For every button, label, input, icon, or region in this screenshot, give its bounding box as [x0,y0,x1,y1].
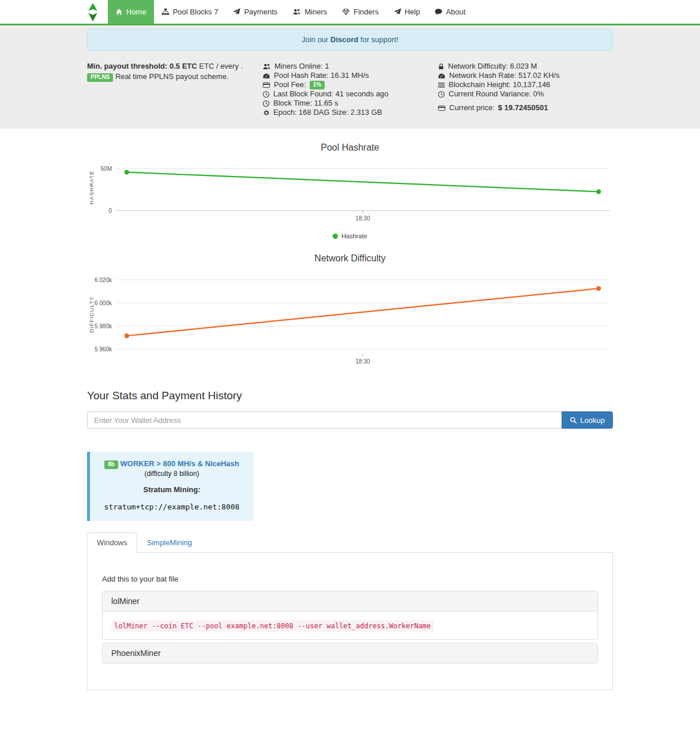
tab-simplemining[interactable]: SimpleMining [137,533,202,553]
lock-icon [438,63,445,70]
worker-title-line: 8b WORKER > 800 MH/s & NiceHash [95,459,249,469]
stat-row-miners-online-1: Miners Online: 1 [262,62,438,71]
payout-threshold: Min. payout threshold: 0.5 ETC ETC / eve… [87,62,262,71]
miner-setup-panel: Add this to your bat file lolMinerlolMin… [87,553,613,690]
svg-text:DIFFICULTY: DIFFICULTY [88,296,95,333]
tachometer-icon [262,72,270,80]
stat-text: Pool Fee: [274,80,306,89]
svg-text:50M: 50M [101,166,112,172]
miner-command-code[interactable]: lolMiner --coin ETC --pool example.net:8… [111,620,434,632]
lookup-button-label: Lookup [580,416,605,425]
svg-text:0: 0 [108,208,112,214]
nav-item-payments[interactable]: Payments [225,0,285,24]
stat-text: Pool Hash Rate: 16.31 MH/s [274,71,369,80]
banner-text-suffix: for support! [358,35,398,44]
stat-text: Epoch: 168 DAG Size: 2.313 GB [273,108,382,117]
stat-text: Current Round Variance: 0% [449,89,544,99]
miners-icon [262,63,271,70]
nav-item-label: Home [126,8,146,16]
discord-banner: Join our Discord for support! [87,29,613,51]
svg-text:18:30: 18:30 [355,215,370,222]
legend-marker [333,234,338,239]
worker-subtitle: (difficulty 8 billion) [95,470,249,478]
svg-text:5 960k: 5 960k [95,346,112,353]
nav-item-label: Help [405,8,420,16]
stat-text: Network Difficulty: 6.023 M [448,62,537,71]
svg-text:18:30: 18:30 [355,358,370,365]
nav-item-label: Miners [304,8,327,16]
bat-file-hint: Add this to your bat file [102,575,598,583]
banner-text: Join our [302,35,330,44]
clock-icon [438,91,445,98]
svg-text:5 980k: 5 980k [95,323,112,329]
svg-text:HASHRATE: HASHRATE [88,170,95,204]
difficulty-badge: 8b [104,460,118,469]
etc-logo-icon [87,3,99,21]
miner-section-phoenixminer: PhoenixMiner [102,643,598,663]
nav-menu: HomePool Blocks 7PaymentsMinersFindersHe… [108,0,473,24]
nav-item-label: Pool Blocks 7 [173,8,219,16]
accordion-header-lolminer[interactable]: lolMiner [102,591,598,612]
svg-text:6 000k: 6 000k [95,300,112,306]
comment-icon [435,8,442,16]
discord-link[interactable]: Discord [330,35,358,44]
stratum-url: stratum+tcp://example.net:8008 [95,503,249,511]
nav-item-miners[interactable]: Miners [285,0,334,24]
stats-heading: Your Stats and Payment History [87,389,613,402]
nav-item-about[interactable]: About [427,0,473,24]
lookup-button[interactable]: Lookup [562,411,613,429]
credit-card-icon [262,81,270,89]
stat-row-network-difficulty-6-023-m: Network Difficulty: 6.023 M [438,62,613,71]
network-difficulty-chart: Network Difficulty 5 960k5 980k6 000k6 0… [87,253,613,369]
nav-item-finders[interactable]: Finders [334,0,386,24]
pool-hashrate-chart-svg: 050M18:30HASHRATE [87,158,613,226]
wallet-lookup: Lookup [87,411,613,429]
stat-row-blockchain-height-10-137-146: Blockchain Height: 10,137,146 [438,80,613,89]
stat-row-current-round-variance-0: Current Round Variance: 0% [438,89,613,99]
miner-section-lolminer: lolMinerlolMiner --coin ETC --pool examp… [102,591,598,640]
stat-text: Last Block Found: 41 seconds ago [273,89,388,99]
nav-item-pool-blocks-7[interactable]: Pool Blocks 7 [154,0,226,24]
payout-threshold-rest: ETC / every . [197,62,243,70]
payout-scheme-text: Real time PPLNS payout scheme. [115,72,229,81]
stat-text: Current price: [449,103,495,113]
stat-row-pool-fee: Pool Fee:1% [262,80,438,89]
stat-text: Network Hash Rate: 517.02 KH/s [449,71,559,80]
chart-legend: Hashrate [87,233,613,239]
pool-hashrate-chart: Pool Hashrate 050M18:30HASHRATE Hashrate [87,143,613,239]
svg-text:6 020k: 6 020k [95,277,112,283]
payout-scheme: PPLNS Real time PPLNS payout scheme. [87,72,262,82]
nav-item-help[interactable]: Help [386,0,428,24]
nav-item-label: About [446,8,465,16]
nav-item-label: Finders [353,8,378,16]
payout-info: Min. payout threshold: 0.5 ETC ETC / eve… [87,62,262,117]
wallet-address-input[interactable] [87,411,562,429]
miners-icon [292,8,301,16]
miner-command-body: lolMiner --coin ETC --pool example.net:8… [102,612,598,640]
bars-icon [438,81,445,89]
stat-row-network-hash-rate-517-02-kh-s: Network Hash Rate: 517.02 KH/s [438,71,613,80]
main-content: Pool Hashrate 050M18:30HASHRATE Hashrate… [0,143,700,731]
stat-text: Block Time: 11.65 s [273,99,338,108]
home-icon [115,8,123,16]
stat-badge: 1% [310,81,325,89]
nav-item-home[interactable]: Home [108,0,154,24]
navbar: HomePool Blocks 7PaymentsMinersFindersHe… [0,0,700,25]
paper-plane-icon [394,8,401,16]
paper-plane-icon [233,8,240,16]
worker-info-box: 8b WORKER > 800 MH/s & NiceHash (difficu… [87,452,254,521]
miner-os-tabs: WindowsSimpleMining [87,533,613,553]
stratum-label: Stratum Mining: [95,485,249,494]
network-stats: Network Difficulty: 6.023 MNetwork Hash … [438,62,613,117]
worker-title: WORKER > 800 MH/s & NiceHash [121,459,239,468]
clock-icon [262,100,270,107]
chart-title: Network Difficulty [87,253,613,264]
stat-text: Blockchain Height: 10,137,146 [449,80,550,89]
accordion-header-phoenixminer[interactable]: PhoenixMiner [102,643,598,663]
stats-band: Join our Discord for support! Min. payou… [0,25,700,129]
tab-windows[interactable]: Windows [87,533,137,553]
etc-logo[interactable] [87,0,108,24]
credit-card-icon [438,104,446,112]
pplns-badge: PPLNS [87,73,113,82]
pool-stats: Miners Online: 1Pool Hash Rate: 16.31 MH… [262,62,438,117]
